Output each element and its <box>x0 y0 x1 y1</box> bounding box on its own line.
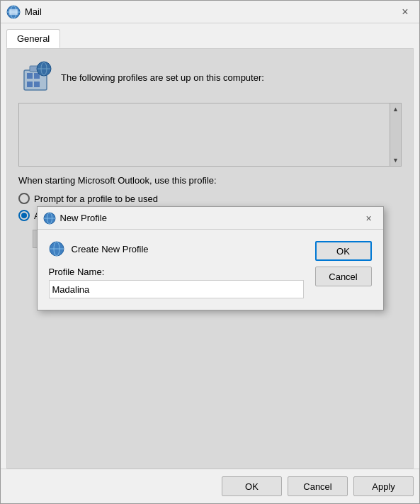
modal-ok-button[interactable]: OK <box>315 241 372 261</box>
modal-section-icon <box>49 241 64 257</box>
profile-name-label: Profile Name: <box>49 267 304 277</box>
profile-name-input[interactable] <box>49 280 304 298</box>
close-button[interactable]: × <box>397 4 414 21</box>
create-profile-row: Create New Profile <box>49 241 304 257</box>
tab-general[interactable]: General <box>6 29 60 48</box>
modal-title: New Profile <box>60 213 361 223</box>
modal-close-button[interactable]: × <box>361 210 378 227</box>
modal-cancel-button[interactable]: Cancel <box>315 267 372 286</box>
modal-left-section: Create New Profile Profile Name: <box>49 241 304 298</box>
modal-right-section: OK Cancel <box>315 241 372 298</box>
bottom-buttons: OK Cancel Apply <box>1 469 419 503</box>
new-profile-dialog: New Profile × <box>37 206 384 310</box>
svg-rect-3 <box>9 9 18 15</box>
apply-button[interactable]: Apply <box>353 476 414 496</box>
main-window: Mail × General <box>0 0 420 504</box>
ok-button[interactable]: OK <box>222 476 282 496</box>
window-title: Mail <box>25 6 397 17</box>
mail-icon <box>6 5 21 19</box>
modal-body: Create New Profile Profile Name: OK Canc… <box>38 230 383 310</box>
modal-overlay: New Profile × <box>7 49 413 468</box>
modal-title-bar: New Profile × <box>38 207 383 230</box>
content-area: The following profiles are set up on thi… <box>6 48 414 469</box>
modal-title-icon <box>43 212 56 225</box>
create-profile-label: Create New Profile <box>72 244 149 254</box>
tab-bar: General <box>1 23 419 48</box>
cancel-button[interactable]: Cancel <box>288 476 348 496</box>
title-bar: Mail × <box>1 1 419 23</box>
